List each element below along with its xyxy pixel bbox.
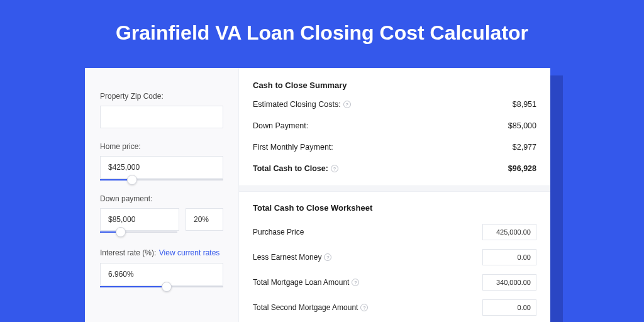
summary-value: $2,977 bbox=[513, 143, 536, 152]
view-rates-link[interactable]: View current rates bbox=[159, 248, 220, 257]
worksheet-label: Total Second Mortgage Amount bbox=[253, 303, 358, 312]
interest-rate-input[interactable] bbox=[100, 263, 223, 286]
worksheet-row: Total Mortgage Loan Amount ? bbox=[253, 274, 536, 291]
down-payment-pct-input[interactable] bbox=[186, 208, 223, 231]
down-payment-slider[interactable] bbox=[100, 231, 177, 233]
summary-row: Estimated Closing Costs: ? $8,951 bbox=[253, 100, 536, 109]
zip-input[interactable] bbox=[100, 106, 223, 128]
interest-rate-field: Interest rate (%): View current rates bbox=[100, 247, 223, 287]
help-icon[interactable]: ? bbox=[360, 304, 368, 311]
down-payment-field: Down payment: bbox=[100, 194, 223, 233]
results-panel: Cash to Close Summary Estimated Closing … bbox=[239, 68, 550, 322]
help-icon[interactable]: ? bbox=[331, 165, 338, 172]
worksheet-value-input[interactable] bbox=[482, 224, 536, 240]
worksheet-row: Total Second Mortgage Amount ? bbox=[253, 299, 536, 316]
worksheet-row: Less Earnest Money ? bbox=[253, 249, 536, 265]
summary-value: $8,951 bbox=[513, 100, 536, 109]
summary-total-value: $96,928 bbox=[508, 164, 536, 173]
home-price-input[interactable] bbox=[100, 156, 223, 179]
summary-total-label: Total Cash to Close: bbox=[253, 164, 328, 173]
worksheet-heading: Total Cash to Close Worksheet bbox=[253, 203, 536, 213]
summary-value: $85,000 bbox=[508, 121, 536, 130]
inputs-panel: Property Zip Code: Home price: Down paym… bbox=[85, 68, 239, 322]
worksheet-label: Total Mortgage Loan Amount bbox=[253, 278, 349, 287]
help-icon[interactable]: ? bbox=[324, 253, 331, 261]
worksheet-label: Purchase Price bbox=[253, 228, 304, 236]
slider-thumb[interactable] bbox=[116, 227, 126, 237]
interest-rate-slider[interactable] bbox=[100, 286, 223, 287]
calculator-card: Property Zip Code: Home price: Down paym… bbox=[85, 68, 550, 322]
summary-label-text: Down Payment: bbox=[253, 121, 308, 130]
interest-rate-label: Interest rate (%): bbox=[100, 248, 156, 257]
worksheet-row: Purchase Price bbox=[253, 224, 536, 240]
page-title: Grainfield VA Loan Closing Cost Calculat… bbox=[0, 0, 644, 62]
summary-heading: Cash to Close Summary bbox=[253, 80, 536, 90]
worksheet-value-input[interactable] bbox=[482, 274, 536, 291]
section-divider bbox=[239, 186, 550, 192]
worksheet-label: Less Earnest Money bbox=[253, 253, 321, 262]
worksheet-value-input[interactable] bbox=[482, 299, 536, 316]
help-icon[interactable]: ? bbox=[352, 279, 359, 286]
summary-label-text: Estimated Closing Costs: bbox=[253, 100, 341, 109]
zip-label: Property Zip Code: bbox=[100, 92, 223, 101]
down-payment-input[interactable] bbox=[100, 208, 179, 231]
worksheet-value-input[interactable] bbox=[482, 249, 536, 265]
summary-total-row: Total Cash to Close: ? $96,928 bbox=[253, 164, 536, 173]
slider-thumb[interactable] bbox=[127, 175, 137, 185]
help-icon[interactable]: ? bbox=[343, 101, 351, 108]
home-price-field: Home price: bbox=[100, 142, 223, 180]
zip-field: Property Zip Code: bbox=[100, 92, 223, 128]
slider-thumb[interactable] bbox=[162, 282, 172, 292]
home-price-label: Home price: bbox=[100, 142, 223, 151]
summary-row: First Monthly Payment: $2,977 bbox=[253, 143, 536, 152]
home-price-slider[interactable] bbox=[100, 179, 223, 180]
summary-label-text: First Monthly Payment: bbox=[253, 143, 333, 152]
down-payment-label: Down payment: bbox=[100, 194, 223, 203]
summary-row: Down Payment: $85,000 bbox=[253, 121, 536, 130]
